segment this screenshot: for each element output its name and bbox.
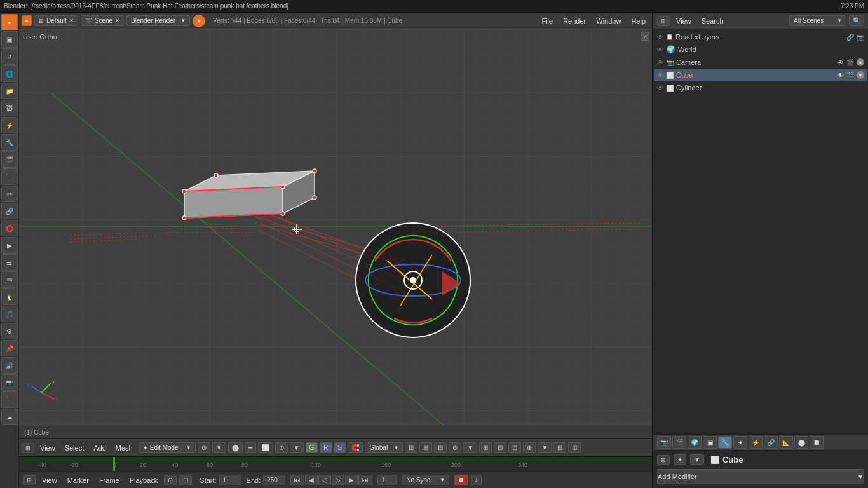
- prop-tab-material[interactable]: ⬤: [794, 436, 808, 449]
- pb-frame-menu[interactable]: Frame: [95, 475, 123, 485]
- snap-btn[interactable]: 🧲: [348, 442, 363, 453]
- tool-btn-22[interactable]: ⬛: [1, 391, 18, 408]
- tool-btn-10[interactable]: ✂: [1, 186, 18, 202]
- scene-toggle[interactable]: 🎬 Scene ✕: [81, 15, 124, 26]
- camera-render-icon[interactable]: 🎬: [846, 59, 854, 66]
- proportional-edit-btn[interactable]: ⊙: [275, 442, 288, 453]
- scene-item-camera[interactable]: 👁 📷 Camera 👁 🎬 ●: [654, 56, 867, 69]
- rp-search-menu[interactable]: Search: [698, 16, 728, 26]
- keying-set-btn[interactable]: ⊙: [164, 475, 177, 485]
- tool-btn-l[interactable]: ⊡: [568, 442, 581, 453]
- rotate-btn[interactable]: R: [320, 442, 332, 453]
- prop-tab-texture[interactable]: 🔲: [810, 436, 824, 449]
- playback-view-toggle[interactable]: ⊞: [23, 475, 36, 485]
- pb-playback-menu[interactable]: Playback: [126, 475, 162, 485]
- window-menu[interactable]: Window: [592, 16, 625, 26]
- obj-icon-toggle[interactable]: ⊞: [657, 455, 670, 465]
- renderlayers-camera-icon[interactable]: 📷: [857, 34, 864, 41]
- prev-frame-btn[interactable]: ◀: [305, 475, 318, 485]
- transform-orientation-dropdown[interactable]: Global ▼: [365, 442, 403, 453]
- tool-btn-b[interactable]: ⊞: [419, 442, 432, 453]
- prop-tab-scene[interactable]: 🎬: [672, 436, 686, 449]
- scene-item-renderlayers[interactable]: 👁 📋 RenderLayers 🔗 📷: [654, 30, 867, 43]
- tool-btn-21[interactable]: 📷: [1, 374, 18, 391]
- start-frame-input[interactable]: 1: [219, 475, 241, 485]
- play-reverse-btn[interactable]: ◁: [318, 475, 331, 485]
- tool-btn-7[interactable]: 🔧: [1, 134, 18, 151]
- prop-tab-constraints[interactable]: 🔗: [764, 436, 778, 449]
- tool-btn-h[interactable]: ⊡: [508, 442, 521, 453]
- eye-icon-renderlayers[interactable]: 👁: [657, 34, 663, 41]
- edge-btn[interactable]: ━: [245, 442, 256, 453]
- tool-btn-19[interactable]: 📌: [1, 340, 18, 356]
- tool-btn-f[interactable]: ⊞: [479, 442, 492, 453]
- face-btn[interactable]: ⬜: [258, 442, 273, 453]
- current-frame-input[interactable]: 1: [377, 475, 397, 485]
- tool-btn-d[interactable]: ⊙: [449, 442, 461, 453]
- obj-particles-btn[interactable]: ✦: [674, 454, 686, 465]
- tool-btn-4[interactable]: 📁: [1, 83, 18, 99]
- scene-item-cylinder[interactable]: 👁 ⬜ Cylinder: [654, 81, 867, 94]
- blender-menu-icon[interactable]: ●: [22, 15, 32, 26]
- tool-btn-i[interactable]: ⊕: [523, 442, 536, 453]
- view-menu[interactable]: View: [36, 443, 59, 453]
- cube-restrict-icon[interactable]: 👁: [837, 72, 844, 79]
- tool-btn-c[interactable]: ⊟: [434, 442, 447, 453]
- expand-btn[interactable]: ⤢: [641, 32, 649, 41]
- vertex-btn[interactable]: ⬤: [228, 442, 243, 453]
- tool-btn-e[interactable]: ▼: [463, 442, 477, 453]
- audio-btn[interactable]: ♪: [471, 475, 482, 485]
- tool-btn-14[interactable]: ☰: [1, 254, 18, 271]
- view-toggle[interactable]: ⊞ Default ✕: [34, 15, 78, 26]
- scale-btn[interactable]: S: [334, 442, 346, 453]
- mode-dropdown[interactable]: ✦ Edit Mode ▼: [139, 442, 196, 453]
- tool-btn-a[interactable]: ⊡: [405, 442, 417, 453]
- render-engine-dropdown[interactable]: Blender Render ▼: [126, 15, 190, 26]
- tool-btn-5[interactable]: 🖼: [1, 100, 18, 116]
- viewport-toggle-btn[interactable]: ⊞: [22, 443, 34, 453]
- record-btn[interactable]: ⏺: [454, 475, 468, 485]
- prop-tab-world[interactable]: 🌍: [688, 436, 702, 449]
- file-menu[interactable]: File: [538, 16, 557, 26]
- eye-icon-world[interactable]: 👁: [657, 46, 663, 53]
- tool-btn-9[interactable]: ⬛: [1, 168, 18, 185]
- tool-btn-23[interactable]: ☁: [1, 409, 18, 425]
- scene-outliner-toggle[interactable]: ⊞: [657, 16, 670, 26]
- sync-dropdown[interactable]: No Sync ▼: [402, 475, 449, 485]
- grab-btn[interactable]: G: [306, 442, 318, 453]
- select-menu[interactable]: Select: [61, 443, 88, 453]
- eye-icon-cube[interactable]: 👁: [657, 72, 663, 79]
- pivot-btn-2[interactable]: ▼: [212, 442, 226, 453]
- scenes-dropdown[interactable]: All Scenes ▼: [789, 15, 846, 26]
- cube-render-icon[interactable]: 🎬: [846, 72, 854, 79]
- tool-btn-17[interactable]: 🎵: [1, 306, 18, 322]
- scene-item-cube[interactable]: 👁 ⬜ Cube 👁 🎬 ●: [654, 69, 867, 81]
- pivot-btn-1[interactable]: ⊙: [198, 442, 210, 453]
- prop-tab-particles[interactable]: ✦: [733, 436, 747, 449]
- tool-btn-1[interactable]: ▣: [1, 31, 18, 48]
- tool-btn-g[interactable]: ⊡: [494, 442, 506, 453]
- tool-btn-k[interactable]: ⊞: [553, 442, 566, 453]
- tool-btn-3[interactable]: 🌐: [1, 65, 18, 82]
- tool-btn-j[interactable]: ▼: [538, 442, 552, 453]
- camera-restrict-icon[interactable]: 👁: [837, 59, 844, 66]
- eye-icon-camera[interactable]: 👁: [657, 59, 663, 66]
- pb-marker-menu[interactable]: Marker: [64, 475, 93, 485]
- play-btn[interactable]: ▷: [332, 475, 344, 485]
- tool-btn-16[interactable]: 🐧: [1, 288, 18, 305]
- prop-tab-data[interactable]: 📐: [779, 436, 793, 449]
- tool-btn-13[interactable]: ▶: [1, 237, 18, 254]
- blender-icon[interactable]: ●: [1, 14, 18, 30]
- obj-particles-dropdown[interactable]: ▼: [690, 454, 704, 465]
- next-frame-btn[interactable]: ▶: [345, 475, 358, 485]
- search-input-btn[interactable]: 🔍: [849, 15, 864, 26]
- add-modifier-button[interactable]: Add Modifier ▼: [657, 469, 864, 484]
- prop-tab-modifier[interactable]: 🔧: [718, 436, 732, 449]
- prop-tab-render[interactable]: 📷: [657, 436, 671, 449]
- renderlayers-link-icon[interactable]: 🔗: [846, 34, 854, 41]
- tool-btn-8[interactable]: 🎬: [1, 151, 18, 168]
- tool-btn-6[interactable]: ⚡: [1, 117, 18, 133]
- help-menu[interactable]: Help: [627, 16, 649, 26]
- jump-end-btn[interactable]: ⏭: [358, 475, 372, 485]
- mesh-menu[interactable]: Mesh: [112, 443, 137, 453]
